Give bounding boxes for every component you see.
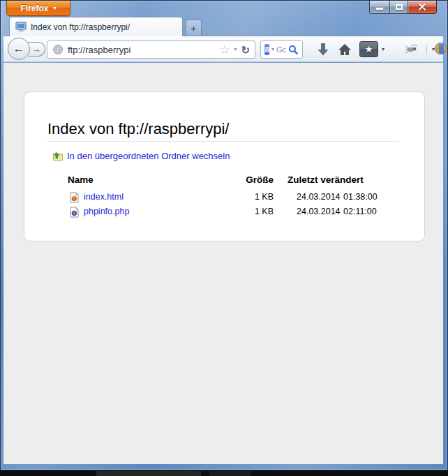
bookmark-star-icon[interactable]: ☆ (219, 44, 230, 56)
home-button[interactable] (337, 43, 352, 57)
maximize-button[interactable] (389, 1, 408, 14)
table-row-file-name: index.html (68, 190, 239, 204)
page-favicon-monitor-icon (15, 22, 27, 32)
chevron-down-icon: ▾ (382, 47, 384, 52)
php-file-icon (69, 207, 80, 218)
file-listing-table: Name Größe Zuletzt verändert index.html … (68, 174, 424, 219)
back-button[interactable]: ← (8, 38, 30, 60)
firefox-menu-label: Firefox (20, 3, 48, 13)
forward-icon: → (32, 44, 41, 54)
firefox-html-file-icon (69, 192, 80, 203)
table-cell-size: 1 KB (239, 190, 274, 204)
search-input[interactable]: Gc (276, 45, 286, 54)
maximize-icon (396, 4, 403, 10)
search-engine-icon[interactable]: 8 (264, 44, 269, 55)
tab-active[interactable]: Index von ftp://raspberrypi/ (9, 17, 183, 36)
taskbar-item (209, 471, 251, 476)
bookmarks-menu-button[interactable]: ★ (359, 41, 378, 57)
parent-directory-row: In den übergeordneten Ordner wechseln (52, 151, 399, 161)
folder-up-icon (52, 151, 64, 161)
windows-taskbar (0, 470, 448, 476)
close-icon (418, 3, 426, 11)
search-icon[interactable] (288, 45, 299, 55)
parent-directory-link[interactable]: In den übergeordneten Ordner wechseln (67, 151, 230, 161)
reload-icon[interactable]: ↻ (241, 45, 250, 55)
column-header-size: Größe (239, 174, 274, 190)
home-icon (338, 43, 352, 56)
back-icon: ← (13, 42, 25, 56)
close-button[interactable] (408, 1, 437, 14)
browser-window: Firefox ▾ Index von ftp://raspberrypi/ +… (0, 0, 448, 470)
firefox-menu-button[interactable]: Firefox ▾ (6, 1, 70, 16)
column-header-name: Name (68, 174, 239, 190)
plus-icon: + (191, 22, 197, 34)
url-text[interactable]: ftp://raspberrypi (68, 45, 215, 55)
bookmarks-dropdown-button[interactable]: ▾ (380, 46, 387, 53)
bookmark-star-filled-icon: ★ (365, 44, 373, 54)
table-cell-date: 24.03.2014 (274, 204, 343, 219)
directory-listing-card: Index von ftp://raspberrypi/ In den über… (24, 91, 425, 241)
window-controls (369, 1, 437, 14)
minimize-icon (376, 8, 383, 10)
page-title: Index von ftp://raspberrypi/ (47, 120, 399, 137)
table-cell-time: 02:11:00 (343, 204, 408, 219)
firebug-fly-icon (405, 44, 419, 54)
file-link[interactable]: index.html (84, 190, 124, 204)
forward-button[interactable]: → (28, 42, 45, 57)
chevron-down-icon: ▾ (54, 6, 57, 11)
page-content: Index von ftp://raspberrypi/ In den über… (3, 63, 443, 464)
taskbar-item (96, 471, 201, 476)
urlbar-dropdown-icon[interactable]: ▾ (234, 47, 237, 52)
table-cell-size: 1 KB (239, 204, 274, 219)
file-link[interactable]: phpinfo.php (84, 204, 129, 219)
column-header-modified: Zuletzt verändert (274, 174, 408, 190)
search-bar[interactable]: 8 ▾ Gc (260, 40, 303, 59)
globe-icon (52, 44, 64, 55)
addon-button[interactable] (435, 43, 447, 54)
downloads-button[interactable] (316, 43, 330, 57)
screen: Firefox ▾ Index von ftp://raspberrypi/ +… (0, 0, 448, 476)
table-row-file-name: phpinfo.php (68, 204, 239, 219)
new-tab-button[interactable]: + (186, 20, 202, 36)
minimize-button[interactable] (369, 1, 389, 14)
url-bar[interactable]: ftp://raspberrypi ☆ ▾ ↻ (47, 40, 255, 59)
table-cell-time: 01:38:00 (343, 190, 408, 204)
search-engine-dropdown-icon[interactable]: ▾ (271, 47, 274, 52)
navigation-toolbar: → ← ftp://raspberrypi ☆ ▾ ↻ 8 ▾ Gc (3, 36, 443, 62)
table-cell-date: 24.03.2014 (274, 190, 343, 204)
toolbar-divider (426, 43, 427, 57)
firebug-button[interactable] (404, 43, 419, 54)
tab-title: Index von ftp://raspberrypi/ (31, 22, 130, 32)
heading-divider (47, 141, 399, 142)
download-arrow-icon (317, 43, 329, 57)
